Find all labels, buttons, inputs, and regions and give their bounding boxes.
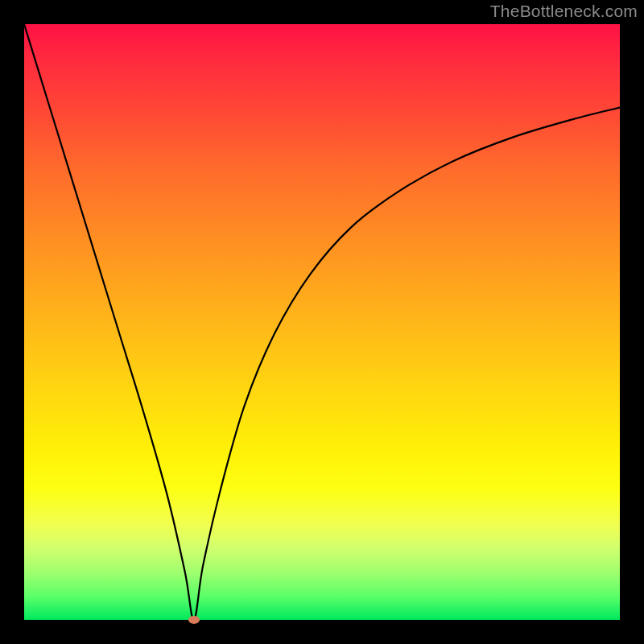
watermark-text: TheBottleneck.com (490, 2, 638, 21)
plot-area (24, 24, 620, 620)
chart-frame: TheBottleneck.com (0, 0, 644, 644)
bottleneck-curve (24, 24, 620, 620)
minimum-marker (188, 616, 200, 624)
curve-layer (24, 24, 620, 620)
